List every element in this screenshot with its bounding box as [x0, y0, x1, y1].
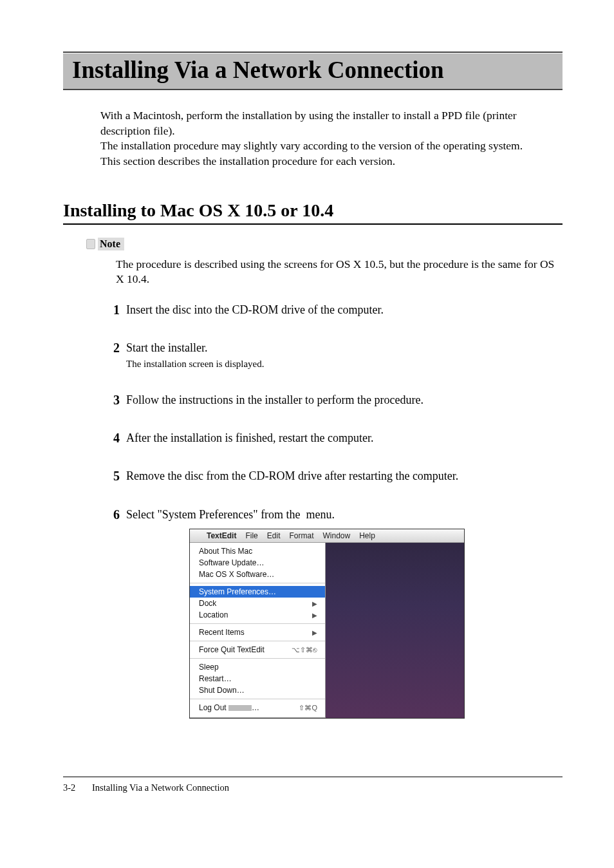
menu-item-recent-items[interactable]: Recent Items▶ [190, 627, 325, 638]
step-number: 1 [102, 303, 120, 317]
step-title: Start the installer. [126, 341, 563, 355]
step-number: 5 [102, 469, 120, 484]
menu-separator [190, 583, 325, 583]
menu-item-system-preferences[interactable]: System Preferences… [190, 586, 325, 598]
apple-menu-screenshot: TextEdit File Edit Format Window Help Ab… [189, 529, 465, 719]
submenu-arrow-icon: ▶ [312, 612, 317, 619]
menu-item-log-out[interactable]: Log Out … ⇧⌘Q [190, 702, 325, 713]
menu-separator [190, 641, 325, 641]
menu-separator [190, 623, 325, 624]
step-title: Remove the disc from the CD-ROM drive af… [126, 469, 563, 484]
apple-dropdown: About This Mac Software Update… Mac OS X… [190, 543, 326, 718]
menu-item-software-update[interactable]: Software Update… [190, 557, 325, 569]
step-number: 4 [102, 431, 120, 446]
menubar-item-file[interactable]: File [245, 531, 257, 540]
section-heading: Installing to Mac OS X 10.5 or 10.4 [63, 200, 563, 225]
menu-item-dock[interactable]: Dock▶ [190, 598, 325, 609]
step-title: Follow the instructions in the installer… [126, 393, 563, 408]
menubar-item-help[interactable]: Help [359, 531, 375, 540]
desktop-background [325, 542, 464, 718]
page-number: 3-2 [63, 782, 75, 793]
note-icon [86, 239, 95, 249]
steps-list: 1 Insert the disc into the CD-ROM drive … [102, 303, 563, 719]
submenu-arrow-icon: ▶ [312, 600, 317, 607]
note-label: Note [98, 238, 124, 250]
intro-block: With a Macintosh, perform the installati… [100, 108, 563, 169]
menu-separator [190, 658, 325, 659]
menu-item-about-this-mac[interactable]: About This Mac [190, 545, 325, 557]
intro-p1: With a Macintosh, perform the installati… [100, 108, 563, 138]
step-title-pre: Select "System Preferences" from the [126, 508, 303, 521]
menubar-item-window[interactable]: Window [323, 531, 351, 540]
intro-p2: The installation procedure may slightly … [100, 138, 563, 154]
step-title: After the installation is finished, rest… [126, 431, 563, 446]
menu-item-mac-osx-software[interactable]: Mac OS X Software… [190, 569, 325, 580]
step-body: Follow the instructions in the installer… [126, 393, 563, 408]
step-body: Insert the disc into the CD-ROM drive of… [126, 303, 563, 317]
footer-label: Installing Via a Network Connection [92, 782, 229, 793]
menubar: TextEdit File Edit Format Window Help [190, 529, 464, 543]
step-body: Start the installer. The installation sc… [126, 341, 563, 369]
menu-item-location[interactable]: Location▶ [190, 609, 325, 621]
page-footer: 3-2 Installing Via a Network Connection [63, 777, 563, 793]
step-title: Insert the disc into the CD-ROM drive of… [126, 303, 563, 317]
page-title: Installing Via a Network Connection [72, 56, 554, 84]
step-body: After the installation is finished, rest… [126, 431, 563, 446]
step-3: 3 Follow the instructions in the install… [102, 393, 563, 408]
menu-item-shut-down[interactable]: Shut Down… [190, 684, 325, 696]
menubar-item-format[interactable]: Format [289, 531, 313, 540]
step-subtext: The installation screen is displayed. [126, 359, 563, 370]
shortcut-label: ⌥⇧⌘⎋ [292, 646, 317, 654]
step-number: 6 [102, 507, 120, 522]
note-text: The procedure is described using the scr… [116, 257, 563, 287]
shortcut-label: ⇧⌘Q [299, 704, 317, 712]
menu-item-force-quit[interactable]: Force Quit TextEdit⌥⇧⌘⎋ [190, 644, 325, 656]
title-inner: Installing Via a Network Connection [63, 53, 563, 89]
step-2: 2 Start the installer. The installation … [102, 341, 563, 369]
menubar-app-name[interactable]: TextEdit [207, 531, 236, 540]
step-1: 1 Insert the disc into the CD-ROM drive … [102, 303, 563, 317]
log-out-label: Log Out … [199, 703, 259, 712]
redacted-username [228, 705, 252, 711]
step-number: 3 [102, 393, 120, 408]
title-block: Installing Via a Network Connection [63, 52, 563, 90]
intro-p3: This section describes the installation … [100, 154, 563, 169]
menu-item-sleep[interactable]: Sleep [190, 661, 325, 673]
menu-item-restart[interactable]: Restart… [190, 673, 325, 684]
step-body: Remove the disc from the CD-ROM drive af… [126, 469, 563, 484]
step-title-post: menu. [303, 508, 335, 521]
note-row: Note [86, 238, 563, 250]
step-6: 6 Select "System Preferences" from the m… [102, 507, 563, 719]
menubar-item-edit[interactable]: Edit [267, 531, 281, 540]
step-body: Select "System Preferences" from the men… [126, 507, 563, 719]
menu-separator [190, 699, 325, 699]
step-5: 5 Remove the disc from the CD-ROM drive … [102, 469, 563, 484]
step-4: 4 After the installation is finished, re… [102, 431, 563, 446]
document-page: Installing Via a Network Connection With… [0, 0, 614, 819]
step-number: 2 [102, 341, 120, 355]
step-title: Select "System Preferences" from the men… [126, 507, 563, 522]
submenu-arrow-icon: ▶ [312, 629, 317, 636]
